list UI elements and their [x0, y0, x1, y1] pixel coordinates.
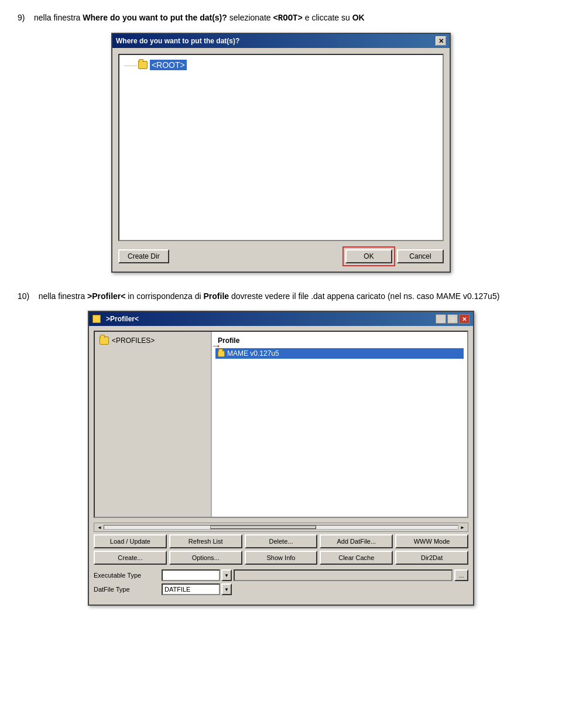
exec-type-arrow[interactable]: ▼	[221, 569, 232, 581]
step9-after: selezionate	[229, 13, 273, 22]
dialog1-body: —— <ROOT> Create Dir OK Cancel	[112, 48, 450, 272]
scroll-left-arrow[interactable]: ◄	[95, 525, 104, 530]
step10-before: nella finestra	[39, 291, 87, 301]
profiler-buttons-row1: Load / Update Refresh List Delete... Add…	[94, 534, 468, 548]
profiler-title-left: >Profiler<	[92, 315, 139, 323]
show-info-button[interactable]: Show Info	[245, 551, 318, 565]
load-update-button[interactable]: Load / Update	[94, 534, 167, 548]
profiler-right-panel: Profile MAME v0.127u5	[212, 332, 467, 517]
scroll-right-arrow[interactable]: ►	[458, 525, 467, 530]
exec-type-label: Executable Type	[94, 572, 158, 579]
dir2dat-button[interactable]: Dir2Dat	[395, 551, 468, 565]
folder-icon	[138, 61, 148, 69]
profile-column-header: Profile	[215, 335, 464, 346]
cancel-button[interactable]: Cancel	[397, 249, 444, 263]
step9-text: 9) nella finestra Where do you want to p…	[18, 12, 544, 25]
scrollbar-track[interactable]	[104, 525, 458, 530]
profiles-folder-icon	[100, 336, 109, 345]
step9-ok: OK	[352, 13, 365, 22]
step9-end: e cliccate su	[305, 13, 352, 22]
dialog1-window: Where do you want to put the dat(s)? ✕ —…	[111, 33, 451, 273]
step10-window-title: >Profiler<	[87, 291, 125, 301]
refresh-list-button[interactable]: Refresh List	[169, 534, 242, 548]
profiler-buttons-row2: Create... Options... Show Info Clear Cac…	[94, 551, 468, 565]
dialog1-title-left: Where do you want to put the dat(s)?	[116, 37, 239, 45]
tree-item-root[interactable]: <ROOT>	[150, 60, 187, 70]
step10-number: 10)	[18, 291, 29, 301]
create-dir-button[interactable]: Create Dir	[118, 249, 169, 263]
exec-type-browse-btn[interactable]: ...	[454, 569, 468, 581]
add-datfile-button[interactable]: Add DatFile...	[320, 534, 393, 548]
profile-selected-item: MAME v0.127u5	[227, 349, 279, 358]
profiler-body: <PROFILES> → Profile MAME v0.127u5 ◄	[89, 326, 473, 605]
step9-number: 9)	[18, 13, 25, 22]
dialog1-titlebar: Where do you want to put the dat(s)? ✕	[112, 34, 450, 48]
ok-button[interactable]: OK	[345, 249, 392, 263]
profiler-container: >Profiler< _ □ ✕ <PROFILES> →	[18, 311, 544, 606]
profiles-label[interactable]: <PROFILES>	[112, 336, 155, 345]
profile-selected-row[interactable]: MAME v0.127u5	[215, 348, 464, 359]
exec-type-value[interactable]	[162, 569, 220, 581]
profiler-scrollbar[interactable]: ◄ ►	[94, 523, 468, 532]
dialog1-tree-area: —— <ROOT>	[118, 54, 444, 241]
ok-btn-wrapper: OK	[345, 249, 392, 263]
dialog1-close-btn[interactable]: ✕	[436, 36, 446, 46]
scrollbar-thumb[interactable]	[210, 526, 316, 529]
profiler-title-buttons: _ □ ✕	[436, 314, 470, 324]
step9-code: <ROOT>	[273, 13, 302, 23]
datfile-type-arrow[interactable]: ▼	[221, 583, 232, 595]
step10-after: in corrispondenza di	[128, 291, 203, 301]
exec-type-field-group: ▼ ...	[162, 569, 468, 581]
profiler-title-icon	[92, 315, 101, 323]
exec-type-dropdown[interactable]: ▼	[162, 569, 232, 581]
step10-text: 10) nella finestra >Profiler< in corrisp…	[18, 290, 544, 303]
exec-type-row: Executable Type ▼ ...	[94, 569, 468, 581]
step10-end: dovreste vedere il file .dat appena cari…	[231, 291, 499, 301]
tree-connector: ——	[124, 61, 137, 68]
datfile-type-dropdown[interactable]: DATFILE ▼	[162, 583, 232, 595]
profiler-minimize-btn[interactable]: _	[436, 314, 446, 324]
profiler-footer: Executable Type ▼ ... DatFile Type DA	[94, 567, 468, 600]
exec-type-path-field[interactable]	[234, 569, 453, 581]
profiler-maximize-btn[interactable]: □	[447, 314, 458, 324]
root-line: —— <ROOT>	[124, 60, 438, 70]
profiles-item: <PROFILES>	[98, 335, 207, 346]
clear-cache-button[interactable]: Clear Cache	[320, 551, 393, 565]
step10-profile: Profile	[204, 291, 229, 301]
dialog1-right-buttons: OK Cancel	[345, 249, 444, 263]
datfile-type-row: DatFile Type DATFILE ▼	[94, 583, 468, 595]
profiler-close-btn[interactable]: ✕	[459, 314, 470, 324]
profiler-titlebar: >Profiler< _ □ ✕	[89, 312, 473, 326]
datfile-type-label: DatFile Type	[94, 586, 158, 593]
profiler-title-text: >Profiler<	[106, 315, 139, 323]
step9-before: nella finestra	[34, 13, 83, 22]
profiler-content: <PROFILES> → Profile MAME v0.127u5	[94, 331, 468, 518]
www-mode-button[interactable]: WWW Mode	[395, 534, 468, 548]
datfile-type-value[interactable]: DATFILE	[162, 583, 220, 595]
dialog1-title-text: Where do you want to put the dat(s)?	[116, 37, 239, 45]
red-arrow: →	[211, 340, 221, 352]
profiler-window: >Profiler< _ □ ✕ <PROFILES> →	[88, 311, 474, 606]
delete-button[interactable]: Delete...	[245, 534, 318, 548]
create-button[interactable]: Create...	[94, 551, 167, 565]
options-button[interactable]: Options...	[169, 551, 242, 565]
dialog1-buttons: Create Dir OK Cancel	[118, 247, 444, 266]
dialog1-container: Where do you want to put the dat(s)? ✕ —…	[18, 33, 544, 273]
profiler-left-panel: <PROFILES> →	[95, 332, 212, 517]
step9-window-title: Where do you want to put the dat(s)?	[83, 13, 227, 22]
